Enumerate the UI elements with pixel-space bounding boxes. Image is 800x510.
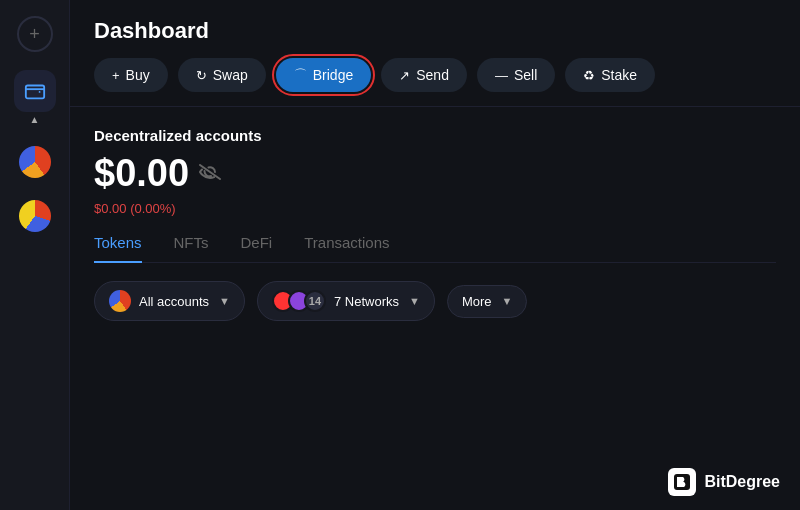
more-chevron-icon: ▼	[502, 295, 513, 307]
balance-row: $0.00	[94, 152, 776, 195]
tabs-row: Tokens NFTs DeFi Transactions	[94, 234, 776, 263]
all-accounts-icon-group	[109, 290, 131, 312]
network-count-icon: 14	[304, 290, 326, 312]
sidebar-item-account-1[interactable]	[14, 141, 56, 183]
network-icons-group: 14	[272, 290, 326, 312]
all-accounts-chevron-icon: ▼	[219, 295, 230, 307]
bridge-icon: ⌒	[294, 66, 307, 84]
header: Dashboard + Buy ↻ Swap ⌒ Bridge ↗ Send —…	[70, 0, 800, 107]
more-label: More	[462, 294, 492, 309]
content-area: Decentralized accounts $0.00 $0.00 (0.00…	[70, 107, 800, 510]
page-title: Dashboard	[94, 18, 776, 44]
all-accounts-filter[interactable]: All accounts ▼	[94, 281, 245, 321]
account-1-icon	[19, 146, 51, 178]
add-account-button[interactable]: +	[17, 16, 53, 52]
balance-amount: $0.00	[94, 152, 189, 195]
action-buttons-row: + Buy ↻ Swap ⌒ Bridge ↗ Send — Sell ♻ St…	[94, 58, 776, 92]
brand-name: BitDegree	[704, 473, 780, 491]
sidebar-item-wallet[interactable]	[14, 70, 56, 112]
tab-transactions[interactable]: Transactions	[304, 234, 389, 263]
stake-label: Stake	[601, 67, 637, 83]
chevron-up-icon: ▲	[30, 114, 40, 125]
buy-button[interactable]: + Buy	[94, 58, 168, 92]
sell-button[interactable]: — Sell	[477, 58, 555, 92]
all-accounts-label: All accounts	[139, 294, 209, 309]
sell-icon: —	[495, 68, 508, 83]
stake-icon: ♻	[583, 68, 595, 83]
sidebar: + ▲	[0, 0, 70, 510]
main-content: Dashboard + Buy ↻ Swap ⌒ Bridge ↗ Send —…	[70, 0, 800, 510]
stake-button[interactable]: ♻ Stake	[565, 58, 655, 92]
filter-row: All accounts ▼ 14 7 Networks ▼ More ▼	[94, 281, 776, 321]
networks-filter[interactable]: 14 7 Networks ▼	[257, 281, 435, 321]
networks-label: 7 Networks	[334, 294, 399, 309]
buy-label: Buy	[126, 67, 150, 83]
send-button[interactable]: ↗ Send	[381, 58, 467, 92]
wallet-icon	[24, 80, 46, 102]
tab-defi[interactable]: DeFi	[241, 234, 273, 263]
networks-chevron-icon: ▼	[409, 295, 420, 307]
svg-rect-0	[25, 86, 43, 99]
plus-icon: +	[112, 68, 120, 83]
brand-logo	[668, 468, 696, 496]
swap-icon: ↻	[196, 68, 207, 83]
more-filter[interactable]: More ▼	[447, 285, 528, 318]
sell-label: Sell	[514, 67, 537, 83]
brand-footer: BitDegree	[668, 468, 780, 496]
balance-change: $0.00 (0.00%)	[94, 201, 776, 216]
hide-balance-icon[interactable]	[199, 162, 221, 185]
bridge-label: Bridge	[313, 67, 353, 83]
tab-nfts[interactable]: NFTs	[174, 234, 209, 263]
account-2-icon	[19, 200, 51, 232]
wallet-group: ▲	[14, 70, 56, 125]
all-accounts-pie-icon	[109, 290, 131, 312]
sidebar-item-account-2[interactable]	[14, 195, 56, 237]
swap-label: Swap	[213, 67, 248, 83]
send-label: Send	[416, 67, 449, 83]
tab-tokens[interactable]: Tokens	[94, 234, 142, 263]
bridge-button[interactable]: ⌒ Bridge	[276, 58, 371, 92]
swap-button[interactable]: ↻ Swap	[178, 58, 266, 92]
send-icon: ↗	[399, 68, 410, 83]
accounts-section-title: Decentralized accounts	[94, 127, 776, 144]
